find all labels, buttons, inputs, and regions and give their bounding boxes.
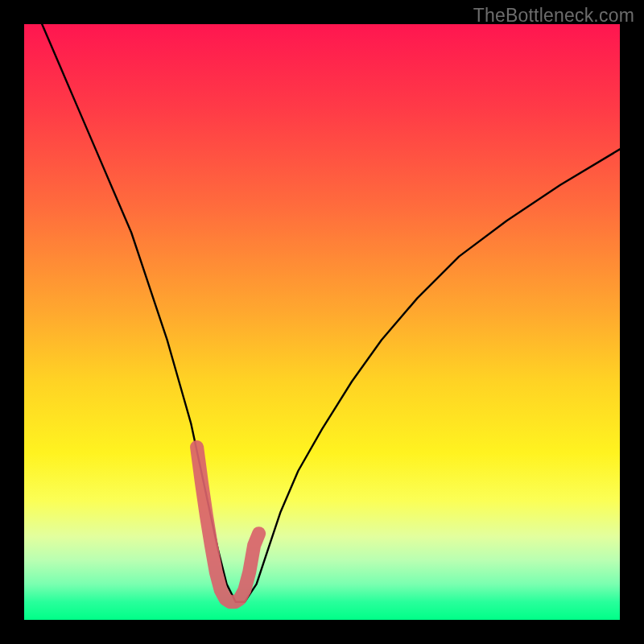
- chart-area: [24, 24, 620, 620]
- bottleneck-curve-path: [42, 24, 620, 602]
- watermark-text: TheBottleneck.com: [473, 5, 634, 27]
- sweet-spot-path: [197, 447, 259, 601]
- chart-svg: [24, 24, 620, 620]
